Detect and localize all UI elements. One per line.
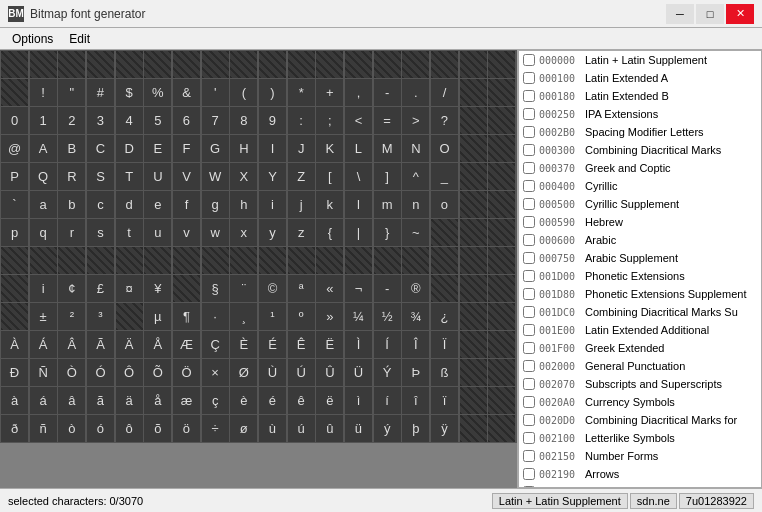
char-cell[interactable] xyxy=(202,51,229,78)
char-cell[interactable]: 5 xyxy=(144,107,171,134)
charset-checkbox[interactable] xyxy=(523,144,535,156)
char-cell[interactable] xyxy=(460,359,487,386)
char-cell[interactable]: á xyxy=(30,387,57,414)
char-cell[interactable]: v xyxy=(173,219,200,246)
char-cell[interactable]: d xyxy=(116,191,143,218)
menu-edit[interactable]: Edit xyxy=(61,30,98,48)
char-cell[interactable]: Ä xyxy=(116,331,143,358)
char-cell[interactable]: ß xyxy=(431,359,458,386)
char-cell[interactable] xyxy=(488,135,515,162)
char-cell[interactable]: & xyxy=(173,79,200,106)
charset-checkbox[interactable] xyxy=(523,72,535,84)
char-cell[interactable]: { xyxy=(316,219,343,246)
char-cell[interactable]: à xyxy=(1,387,28,414)
char-cell[interactable]: j xyxy=(288,191,315,218)
charset-checkbox[interactable] xyxy=(523,216,535,228)
char-cell[interactable]: Ð xyxy=(1,359,28,386)
charset-checkbox[interactable] xyxy=(523,342,535,354)
char-cell[interactable] xyxy=(374,51,401,78)
char-cell[interactable]: Î xyxy=(402,331,429,358)
char-cell[interactable]: G xyxy=(202,135,229,162)
char-cell[interactable]: c xyxy=(87,191,114,218)
char-cell[interactable]: a xyxy=(30,191,57,218)
char-cell[interactable] xyxy=(402,51,429,78)
char-cell[interactable]: J xyxy=(288,135,315,162)
char-cell[interactable]: = xyxy=(374,107,401,134)
char-cell[interactable] xyxy=(116,303,143,330)
char-cell[interactable]: I xyxy=(259,135,286,162)
char-cell[interactable]: F xyxy=(173,135,200,162)
char-cell[interactable]: , xyxy=(345,79,372,106)
char-cell[interactable]: x xyxy=(230,219,257,246)
char-cell[interactable]: N xyxy=(402,135,429,162)
char-cell[interactable] xyxy=(488,247,515,274)
char-cell[interactable] xyxy=(460,247,487,274)
char-cell[interactable]: Ñ xyxy=(30,359,57,386)
char-cell[interactable]: â xyxy=(58,387,85,414)
charset-item[interactable]: 001D00Phonetic Extensions xyxy=(519,267,761,285)
char-cell[interactable]: Ø xyxy=(230,359,257,386)
charset-checkbox[interactable] xyxy=(523,378,535,390)
char-cell[interactable]: § xyxy=(202,275,229,302)
char-cell[interactable]: 4 xyxy=(116,107,143,134)
char-cell[interactable] xyxy=(431,275,458,302)
char-cell[interactable]: ) xyxy=(259,79,286,106)
charset-item[interactable]: 000100Latin Extended A xyxy=(519,69,761,87)
char-cell[interactable] xyxy=(488,163,515,190)
char-cell[interactable] xyxy=(173,275,200,302)
charset-item[interactable]: 002190Arrows xyxy=(519,465,761,483)
char-cell[interactable]: Ã xyxy=(87,331,114,358)
char-cell[interactable]: - xyxy=(374,275,401,302)
char-cell[interactable]: ç xyxy=(202,387,229,414)
char-cell[interactable]: Ò xyxy=(58,359,85,386)
char-cell[interactable]: S xyxy=(87,163,114,190)
char-cell[interactable]: 7 xyxy=(202,107,229,134)
char-cell[interactable]: E xyxy=(144,135,171,162)
charset-item[interactable]: 001D80Phonetic Extensions Supplement xyxy=(519,285,761,303)
char-cell[interactable]: Ë xyxy=(316,331,343,358)
char-cell[interactable]: f xyxy=(173,191,200,218)
charset-checkbox[interactable] xyxy=(523,414,535,426)
char-cell[interactable]: ü xyxy=(345,415,372,442)
char-cell[interactable]: 8 xyxy=(230,107,257,134)
char-cell[interactable]: ® xyxy=(402,275,429,302)
char-cell[interactable]: U xyxy=(144,163,171,190)
char-cell[interactable]: p xyxy=(1,219,28,246)
char-cell[interactable] xyxy=(460,303,487,330)
charset-checkbox[interactable] xyxy=(523,234,535,246)
char-cell[interactable]: ] xyxy=(374,163,401,190)
char-cell[interactable] xyxy=(460,163,487,190)
char-cell[interactable]: Ç xyxy=(202,331,229,358)
char-cell[interactable] xyxy=(259,51,286,78)
charset-item[interactable]: 002150Number Forms xyxy=(519,447,761,465)
char-cell[interactable]: « xyxy=(316,275,343,302)
char-cell[interactable]: Â xyxy=(58,331,85,358)
char-cell[interactable]: / xyxy=(431,79,458,106)
char-cell[interactable] xyxy=(402,247,429,274)
charset-item[interactable]: 000590Hebrew xyxy=(519,213,761,231)
char-cell[interactable] xyxy=(488,219,515,246)
char-cell[interactable]: Ü xyxy=(345,359,372,386)
char-cell[interactable]: ½ xyxy=(374,303,401,330)
charset-checkbox[interactable] xyxy=(523,198,535,210)
char-cell[interactable] xyxy=(1,275,28,302)
charset-item[interactable]: 000750Arabic Supplement xyxy=(519,249,761,267)
close-button[interactable]: ✕ xyxy=(726,4,754,24)
char-cell[interactable]: ¸ xyxy=(230,303,257,330)
char-cell[interactable]: g xyxy=(202,191,229,218)
char-cell[interactable] xyxy=(259,247,286,274)
char-cell[interactable]: © xyxy=(259,275,286,302)
charset-checkbox[interactable] xyxy=(523,396,535,408)
char-cell[interactable]: ? xyxy=(431,107,458,134)
char-cell[interactable]: | xyxy=(345,219,372,246)
char-cell[interactable]: ~ xyxy=(402,219,429,246)
char-cell[interactable]: ö xyxy=(173,415,200,442)
char-cell[interactable]: T xyxy=(116,163,143,190)
char-cell[interactable] xyxy=(488,275,515,302)
charset-list[interactable]: 000000Latin + Latin Supplement000100Lati… xyxy=(518,50,762,488)
charset-item[interactable]: 002000General Punctuation xyxy=(519,357,761,375)
char-cell[interactable] xyxy=(460,191,487,218)
char-cell[interactable]: ï xyxy=(431,387,458,414)
char-cell[interactable]: - xyxy=(374,79,401,106)
char-cell[interactable]: [ xyxy=(316,163,343,190)
